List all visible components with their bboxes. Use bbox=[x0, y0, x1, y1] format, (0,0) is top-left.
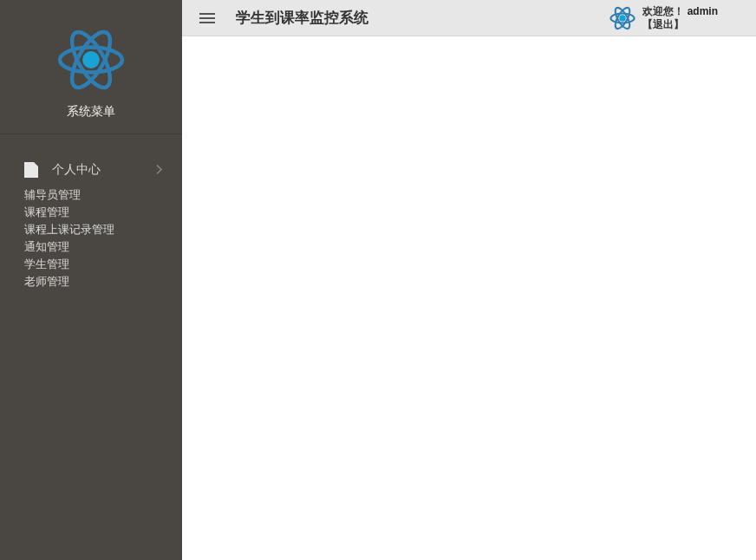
menu-item-student-mgmt[interactable]: 学生管理 bbox=[24, 256, 158, 273]
sidebar: 系统菜单 个人中心 辅导员管理 课程管理 课程上课记录管理 通知管理 学生管理 … bbox=[0, 0, 182, 560]
document-icon bbox=[24, 162, 38, 178]
menu-primary-label: 个人中心 bbox=[52, 162, 101, 178]
menu-item-counselor-mgmt[interactable]: 辅导员管理 bbox=[24, 186, 158, 204]
username-label: admin bbox=[688, 5, 718, 18]
atom-logo-icon bbox=[52, 21, 130, 99]
menu-item-course-mgmt[interactable]: 课程管理 bbox=[24, 204, 158, 221]
svg-point-7 bbox=[619, 15, 625, 21]
logout-link[interactable]: 【退出】 bbox=[642, 18, 718, 31]
sidebar-title: 系统菜单 bbox=[67, 104, 115, 120]
user-text: 欢迎您！ admin 【退出】 bbox=[642, 5, 718, 31]
app-title: 学生到课率监控系统 bbox=[236, 8, 368, 28]
menu-item-personal-center[interactable]: 个人中心 bbox=[0, 155, 182, 186]
menu-sub-list: 辅导员管理 课程管理 课程上课记录管理 通知管理 学生管理 老师管理 bbox=[0, 186, 182, 290]
sidebar-menu: 个人中心 辅导员管理 课程管理 课程上课记录管理 通知管理 学生管理 老师管理 bbox=[0, 134, 182, 290]
chevron-right-icon bbox=[156, 165, 163, 178]
menu-item-course-record-mgmt[interactable]: 课程上课记录管理 bbox=[24, 221, 158, 238]
user-area: 欢迎您！ admin 【退出】 bbox=[608, 3, 756, 33]
menu-item-notice-mgmt[interactable]: 通知管理 bbox=[24, 238, 158, 256]
main-content bbox=[182, 36, 756, 560]
sidebar-header: 系统菜单 bbox=[0, 0, 182, 134]
topbar: 学生到课率监控系统 欢迎您！ admin 【退出】 bbox=[182, 0, 756, 36]
svg-point-3 bbox=[82, 51, 100, 68]
hamburger-icon[interactable] bbox=[199, 10, 215, 26]
atom-logo-small-icon bbox=[608, 3, 637, 33]
menu-item-teacher-mgmt[interactable]: 老师管理 bbox=[24, 273, 158, 290]
welcome-label: 欢迎您！ bbox=[642, 5, 684, 18]
